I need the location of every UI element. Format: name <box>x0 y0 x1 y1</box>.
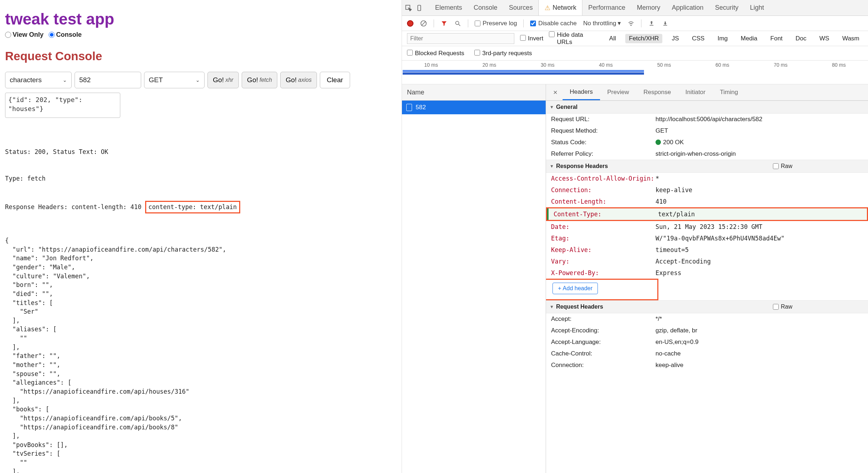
tab-application[interactable]: Application <box>666 0 709 16</box>
tab-elements[interactable]: Elements <box>429 0 468 16</box>
raw-checkbox[interactable]: Raw <box>773 163 792 169</box>
dtab-preview[interactable]: Preview <box>600 84 636 100</box>
controls-row: characters ⌄ 582 GET ⌄ Go!xhr Go!fetch G… <box>5 72 397 88</box>
request-list-header[interactable]: Name <box>402 84 546 101</box>
request-row-name: 582 <box>416 104 426 111</box>
filter-doc[interactable]: Doc <box>792 34 810 43</box>
tab-sources[interactable]: Sources <box>503 0 538 16</box>
dtab-headers[interactable]: Headers <box>563 84 600 100</box>
mode-view-only[interactable]: View Only <box>5 31 44 39</box>
timeline-ticks: 10 ms 20 ms 30 ms 40 ms 50 ms 60 ms 70 m… <box>402 62 868 68</box>
method-select-value: GET <box>149 76 163 84</box>
svg-rect-1 <box>418 5 421 10</box>
app-title: tweak test app <box>5 10 397 28</box>
close-icon[interactable]: × <box>548 88 563 97</box>
app-pane: tweak test app View Only Console Request… <box>0 0 402 473</box>
request-detail: × Headers Preview Response Initiator Tim… <box>546 84 868 473</box>
filter-img[interactable]: Img <box>714 34 731 43</box>
status-code-value: 200 OK <box>656 139 864 146</box>
filter-css[interactable]: CSS <box>688 34 708 43</box>
svg-rect-8 <box>663 25 667 26</box>
header-row: Connection:keep-alive <box>546 359 868 371</box>
method-select[interactable]: GET ⌄ <box>144 72 205 88</box>
status-output: Status: 200, Status Text: OK Type: fetch… <box>5 130 397 231</box>
go-fetch-button[interactable]: Go!fetch <box>242 72 277 88</box>
add-header-highlight: +Add header <box>546 279 658 300</box>
filter-wasm[interactable]: Wasm <box>838 34 863 43</box>
dtab-timing[interactable]: Timing <box>713 84 745 100</box>
dtab-initiator[interactable]: Initiator <box>678 84 713 100</box>
filter-ws[interactable]: WS <box>816 34 833 43</box>
timeline-bar <box>403 72 644 75</box>
tab-lighthouse[interactable]: Light <box>744 0 770 16</box>
tab-memory[interactable]: Memory <box>631 0 666 16</box>
status-line-3: Response Headers: content-length: 410 co… <box>5 201 397 213</box>
network-timeline[interactable]: 10 ms 20 ms 30 ms 40 ms 50 ms 60 ms 70 m… <box>402 61 868 84</box>
filter-fetchxhr[interactable]: Fetch/XHR <box>625 34 662 43</box>
go-xhr-button[interactable]: Go!xhr <box>207 72 239 88</box>
record-icon[interactable] <box>407 20 413 27</box>
section-response-headers[interactable]: ▼Response HeadersRaw <box>546 160 868 173</box>
mode-view-only-label: View Only <box>13 31 44 39</box>
triangle-down-icon: ▼ <box>550 105 554 110</box>
referrer-policy-label: Referrer Policy: <box>551 150 656 158</box>
wifi-icon[interactable] <box>627 20 635 27</box>
warning-icon: ⚠ <box>545 4 550 12</box>
request-row[interactable]: 582 <box>402 101 546 114</box>
go-axios-button[interactable]: Go!axios <box>280 72 317 88</box>
blocked-requests-checkbox[interactable]: Blocked Requests <box>407 50 464 57</box>
network-body: Name 582 × Headers Preview Response Init… <box>402 84 868 473</box>
response-body: { "url": "https://anapioficeandfire.com/… <box>5 236 397 473</box>
request-method-label: Request Method: <box>551 127 656 134</box>
tab-security[interactable]: Security <box>709 0 744 16</box>
request-body-textarea[interactable]: {"id": 202, "type": "houses"} <box>5 93 120 118</box>
header-row: Keep-Alive:timeout=5 <box>546 244 868 256</box>
hide-data-urls-checkbox[interactable]: Hide data URLs <box>549 31 600 46</box>
plus-icon: + <box>558 285 561 292</box>
add-header-button[interactable]: +Add header <box>552 283 598 294</box>
svg-line-3 <box>422 22 425 25</box>
devtools-pane: Elements Console Sources ⚠Network Perfor… <box>402 0 868 473</box>
id-input[interactable]: 582 <box>75 72 141 88</box>
header-row: X-Powered-By:Express <box>546 267 868 279</box>
chevron-down-icon: ⌄ <box>196 77 200 83</box>
header-row: Access-Control-Allow-Origin:* <box>546 173 868 184</box>
filter-input[interactable] <box>407 33 514 44</box>
preserve-log[interactable]: Preserve log <box>475 20 517 27</box>
clear-button[interactable]: Clear <box>320 72 350 88</box>
inspect-icon[interactable] <box>405 4 412 12</box>
header-row: Cache-Control:no-cache <box>546 348 868 359</box>
tab-console[interactable]: Console <box>468 0 503 16</box>
mode-console[interactable]: Console <box>49 31 82 39</box>
filter-font[interactable]: Font <box>767 34 786 43</box>
disable-cache[interactable]: Disable cache <box>530 20 577 27</box>
mode-console-radio[interactable] <box>49 32 55 38</box>
chevron-down-icon: ⌄ <box>63 77 67 83</box>
content-type-highlight: content-type: text/plain <box>145 201 240 213</box>
tab-network[interactable]: ⚠Network <box>538 0 582 16</box>
section-general[interactable]: ▼General <box>546 101 868 114</box>
header-row: Connection:keep-alive <box>546 184 868 196</box>
stop-icon[interactable] <box>420 20 427 27</box>
invert-checkbox[interactable]: Invert <box>520 35 543 42</box>
detail-tabs: × Headers Preview Response Initiator Tim… <box>546 84 868 101</box>
device-icon[interactable] <box>416 4 423 12</box>
section-request-headers[interactable]: ▼Request HeadersRaw <box>546 300 868 313</box>
download-icon[interactable] <box>662 20 669 27</box>
filter-media[interactable]: Media <box>737 34 761 43</box>
dtab-response[interactable]: Response <box>636 84 678 100</box>
svg-rect-7 <box>650 25 654 26</box>
filter-all[interactable]: All <box>605 34 619 43</box>
search-icon[interactable] <box>454 20 461 27</box>
header-row: Date:Sun, 21 May 2023 15:22:30 GMT <box>546 221 868 233</box>
raw-checkbox[interactable]: Raw <box>773 304 792 310</box>
throttling-select[interactable]: No throttling ▾ <box>583 19 621 27</box>
third-party-checkbox[interactable]: 3rd-party requests <box>474 50 532 57</box>
tab-performance[interactable]: Performance <box>582 0 631 16</box>
network-toolbar: Preserve log Disable cache No throttling… <box>402 16 868 31</box>
filter-icon[interactable] <box>440 20 448 27</box>
resource-select[interactable]: characters ⌄ <box>5 72 72 88</box>
filter-js[interactable]: JS <box>668 34 683 43</box>
upload-icon[interactable] <box>648 20 655 27</box>
mode-view-only-radio[interactable] <box>5 32 11 38</box>
